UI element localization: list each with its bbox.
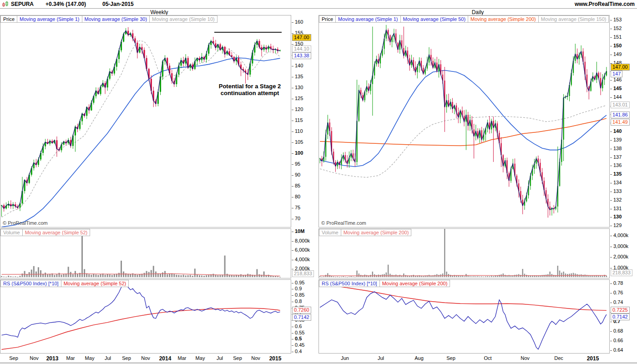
volume-bar <box>604 275 605 277</box>
legend-item[interactable]: Price <box>319 15 336 23</box>
volume-bar <box>148 272 150 277</box>
series-line <box>2 283 280 337</box>
legend-item[interactable]: Moving average (Simple 200) <box>468 15 539 23</box>
legend-item[interactable]: Moving average (Simple 52) <box>61 280 129 287</box>
series-line <box>2 40 280 217</box>
legend-item[interactable]: Moving average (Simple 30) <box>82 15 150 23</box>
legend-item[interactable]: RS (S&P500 Index) [*10] <box>0 280 61 287</box>
legend-item[interactable]: Moving average (Simple 1) <box>336 15 400 23</box>
legend-item[interactable]: Moving average (Simple 200) <box>380 280 450 287</box>
daily-rs-panel[interactable]: RS (S&P500 Index) [*10]Moving average (S… <box>318 279 610 354</box>
volume-bar <box>275 276 276 277</box>
volume-bar <box>473 276 474 277</box>
time-axis-label: 2015 <box>269 355 282 362</box>
daily-volume-panel[interactable]: VolumeMoving average (Simple 200) <box>318 228 610 278</box>
axis-tick-label: 70 <box>292 216 300 221</box>
volume-bar <box>345 277 346 277</box>
panel-legend: RS (S&P500 Index) [*10]Moving average (S… <box>0 280 129 287</box>
axis-tick-label: 0.9 <box>292 286 302 291</box>
volume-bar <box>217 275 218 277</box>
daily-price-panel[interactable]: © ProRealTime.com PriceMoving average (S… <box>318 15 610 228</box>
volume-bar <box>483 277 484 277</box>
volume-bar <box>279 277 281 278</box>
weekly-price-panel[interactable]: Potential for a Stage 2 continuation att… <box>0 15 291 228</box>
volume-bar <box>487 276 488 277</box>
volume-bar <box>160 274 161 277</box>
legend-item[interactable]: Moving average (Simple 1) <box>17 15 82 23</box>
volume-bar <box>485 276 486 277</box>
volume-bar <box>335 277 336 277</box>
volume-bar <box>582 275 583 277</box>
weekly-volume-axis[interactable]: 2,000k4,000k6,000k8,000k10M218,833 <box>292 228 318 278</box>
legend-item[interactable]: Volume <box>0 229 23 236</box>
legend-item[interactable]: RS (S&P500 Index) [*10] <box>319 280 380 287</box>
volume-bar <box>549 272 550 277</box>
axis-tick-label: 130 <box>292 85 303 90</box>
volume-bar <box>491 276 492 277</box>
legend-item[interactable]: Moving average (Simple 50) <box>401 15 469 23</box>
axis-tick-label: 0.64 <box>610 347 623 353</box>
volume-bar <box>20 276 21 277</box>
axis-tick-label: 8,000k <box>292 238 310 243</box>
legend-item[interactable]: Volume <box>319 229 341 236</box>
volume-bar <box>66 274 67 278</box>
axis-value-badge: 147 <box>611 71 622 77</box>
legend-item[interactable]: Price <box>0 15 17 23</box>
axis-tick-label: 4,000k <box>610 233 628 238</box>
weekly-volume-panel[interactable]: VolumeMoving average (Simple 52) <box>0 228 291 278</box>
time-axis-label: Nov <box>521 355 530 361</box>
volume-bar <box>151 270 152 278</box>
volume-bar <box>208 275 209 277</box>
volume-bar <box>224 256 226 277</box>
volume-bar <box>61 275 62 277</box>
volume-bar <box>162 273 163 277</box>
weekly-price-axis[interactable]: 7075808590951001051101151201251301351401… <box>292 15 318 228</box>
legend-item[interactable]: Moving average (Simple 10) <box>150 15 217 23</box>
legend-item[interactable]: Moving average (Simple 150) <box>539 15 609 23</box>
volume-bar <box>256 269 258 278</box>
axis-tick-label: 151 <box>610 34 622 40</box>
axis-tick-label: 85 <box>292 183 300 188</box>
time-axis[interactable]: SepNov2013MarMayJulSepNov2014MarMayJulSe… <box>0 354 637 362</box>
volume-bar <box>354 277 355 277</box>
axis-tick-label: 0.6 <box>292 324 302 329</box>
volume-bar <box>349 277 349 277</box>
volume-bar <box>553 275 554 277</box>
axis-tick-label: 0.68 <box>610 328 623 334</box>
bottom-scrollbar[interactable] <box>0 362 637 364</box>
time-axis-label: Nov <box>141 355 150 361</box>
axis-tick-label: 95 <box>292 161 300 167</box>
daily-volume-axis[interactable]: 1,000k2,000k3,000k4,000k218,833 <box>610 228 637 278</box>
prorealtime-watermark: © ProRealTime.com <box>321 220 366 226</box>
axis-tick-label: 0.4 <box>292 349 302 354</box>
symbol-name[interactable]: SEPURA <box>11 1 34 7</box>
volume-bar <box>81 230 83 277</box>
volume-bar <box>134 274 136 277</box>
volume-bar <box>215 275 216 277</box>
time-axis-label: 2015 <box>587 355 599 362</box>
volume-bar <box>231 275 233 277</box>
legend-item[interactable]: Moving average (Simple 52) <box>23 229 91 236</box>
weekly-rs-panel[interactable]: RS (S&P500 Index) [*10]Moving average (S… <box>0 279 291 354</box>
daily-price-axis[interactable]: 1291301311321331341351361371381391401411… <box>610 15 637 228</box>
volume-bar <box>59 273 60 277</box>
axis-value-badge: 0.7142 <box>292 314 311 321</box>
volume-bar <box>56 274 57 277</box>
volume-bar <box>546 275 546 278</box>
volume-bar <box>17 277 18 277</box>
axis-tick-label: 10M <box>292 228 304 234</box>
volume-bar <box>136 275 138 277</box>
legend-item[interactable]: Moving average (Simple 200) <box>341 229 412 236</box>
volume-bar <box>33 266 35 277</box>
volume-bar <box>95 274 96 277</box>
volume-bar <box>167 274 168 277</box>
volume-bar <box>79 273 81 277</box>
weekly-rs-axis[interactable]: 0.40.450.50.550.60.650.70.750.80.850.90.… <box>292 279 318 354</box>
weekly-chart-title: Weekly <box>0 9 318 15</box>
time-axis-label: Jul <box>105 355 111 361</box>
daily-rs-axis[interactable]: 0.640.660.680.70.720.740.760.780.72250.7… <box>610 279 637 354</box>
volume-bar <box>118 273 120 277</box>
panel-legend: VolumeMoving average (Simple 52) <box>0 229 90 236</box>
volume-bar <box>356 271 357 277</box>
volume-bar <box>243 275 244 277</box>
